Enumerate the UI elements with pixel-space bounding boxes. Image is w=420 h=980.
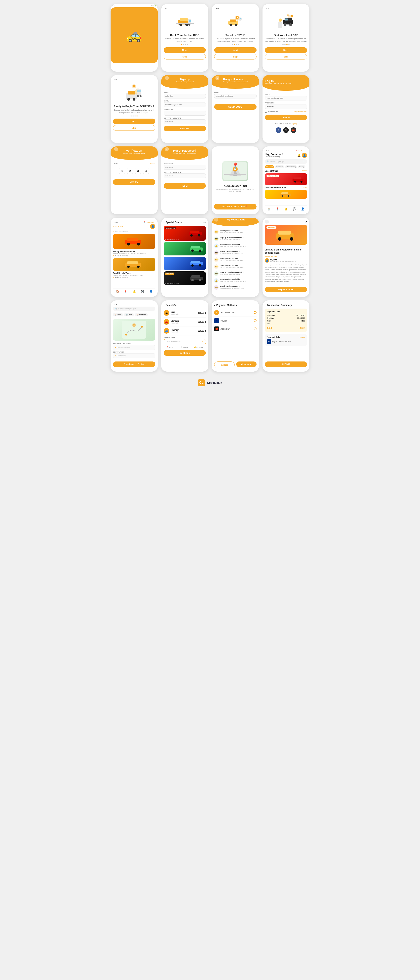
- more-options-icon[interactable]: ⋯: [253, 303, 256, 307]
- promo-code-input[interactable]: Enter Promo Code %: [164, 339, 206, 344]
- notif-item-5[interactable]: 🎫 20% Special discount Special promotion…: [214, 256, 256, 263]
- reset-button[interactable]: RESET: [164, 183, 206, 189]
- signup-button[interactable]: SIGN UP: [164, 126, 206, 131]
- notif-item-8[interactable]: 🔔 New services Available! Now you can tr…: [214, 277, 256, 284]
- shortcut-home[interactable]: 🏠 Home: [113, 313, 123, 316]
- back-button[interactable]: ‹: [215, 76, 220, 80]
- offer-item-4[interactable]: Black Friday All discount up to 30%: [164, 271, 206, 285]
- password-input[interactable]: [164, 165, 206, 170]
- remember-checkbox[interactable]: [265, 111, 267, 113]
- password-input[interactable]: [164, 111, 206, 116]
- avatar[interactable]: 👤: [150, 224, 155, 229]
- email-input[interactable]: [214, 94, 256, 99]
- next-button[interactable]: Next: [265, 47, 307, 53]
- destination-input[interactable]: ● Destination: [113, 353, 155, 358]
- next-button[interactable]: Next: [164, 47, 206, 53]
- skip-button[interactable]: Skip: [214, 54, 256, 59]
- next-button[interactable]: Next: [214, 47, 256, 53]
- apple-pay-radio[interactable]: [254, 328, 256, 330]
- shortcut-office[interactable]: 🏢 Office: [124, 313, 134, 316]
- notif-item-6[interactable]: 🎫 30% Special discount Special promotion…: [214, 263, 256, 270]
- search-bar[interactable]: 🔍 Where would you go?: [113, 307, 155, 311]
- nav-notification-icon[interactable]: 🔔: [132, 290, 136, 293]
- taxi-card[interactable]: [265, 190, 307, 199]
- tab-luxury[interactable]: Luxury: [298, 165, 305, 168]
- tab-ridesharing[interactable]: Ride-sharing: [285, 165, 297, 168]
- notif-item-1[interactable]: 🎫 30% Special discount Special promotion…: [214, 228, 256, 235]
- back-icon[interactable]: ‹: [164, 304, 165, 307]
- search-bar[interactable]: 🔍 Where do you go... 📍: [265, 159, 307, 164]
- nav-location-icon[interactable]: 📍: [276, 207, 279, 210]
- apple-login-button[interactable]: 🍎: [291, 127, 296, 133]
- submit-button[interactable]: SUBMIT: [265, 361, 307, 367]
- twitter-login-button[interactable]: 𝕏: [283, 127, 289, 133]
- name-input[interactable]: [164, 94, 206, 99]
- car-option-bike[interactable]: 🏍 Bike 1 passenter 100.59 ₹: [164, 309, 206, 318]
- otp-box-1[interactable]: 1: [119, 168, 125, 174]
- more-options-icon[interactable]: ⋯: [203, 303, 206, 307]
- back-icon[interactable]: ‹: [265, 304, 266, 307]
- avatar[interactable]: 👤: [302, 153, 307, 158]
- password-input[interactable]: [265, 104, 307, 109]
- otp-box-2[interactable]: 2: [127, 168, 133, 174]
- offer-card-halloween[interactable]: Halloween Sale: [265, 173, 307, 185]
- next-button[interactable]: Next: [113, 119, 155, 124]
- nav-profile-icon[interactable]: 👤: [150, 290, 153, 293]
- skip-button[interactable]: Skip: [265, 54, 307, 59]
- offer-item-1[interactable]: Halloween Sale All discount up to 30%: [164, 226, 206, 241]
- back-button[interactable]: ‹: [114, 147, 118, 151]
- skip-button[interactable]: Skip: [113, 125, 155, 131]
- otp-box-3[interactable]: 3: [135, 168, 141, 174]
- more-options-icon[interactable]: ⋯: [253, 218, 256, 221]
- retype-input[interactable]: [164, 119, 206, 124]
- back-button[interactable]: ‹: [265, 220, 269, 224]
- paypal-radio[interactable]: [254, 319, 256, 322]
- nav-profile-icon[interactable]: 👤: [301, 207, 304, 210]
- email-input[interactable]: [265, 96, 307, 100]
- more-options-icon[interactable]: ⋯: [203, 220, 206, 224]
- tab-standard[interactable]: Standard: [265, 165, 274, 168]
- verify-button[interactable]: VERIFY: [113, 179, 155, 185]
- map-view[interactable]: [113, 319, 155, 340]
- login-button[interactable]: LOG IN: [265, 115, 307, 120]
- continue-button[interactable]: Continue: [164, 350, 206, 356]
- add-card-row[interactable]: + Add a New Card: [214, 309, 256, 317]
- back-button[interactable]: ‹: [165, 76, 169, 80]
- car-option-platinum[interactable]: 🚙 Platinum 4 passenter 520.00 ₹: [164, 326, 206, 336]
- nav-location-icon[interactable]: 📍: [124, 290, 127, 293]
- apple-pay-row[interactable]: 🍎 Apple Pay: [214, 325, 256, 333]
- continue-button[interactable]: Continue: [236, 361, 256, 367]
- skip-button[interactable]: Skip: [164, 54, 206, 59]
- continue-to-order-button[interactable]: Continue to Order: [113, 361, 155, 367]
- back-icon[interactable]: ‹: [164, 221, 165, 224]
- nav-chat-icon[interactable]: 💬: [141, 290, 144, 293]
- nav-home-icon[interactable]: 🏠: [267, 207, 270, 210]
- access-location-button[interactable]: ACCESS LOCATION 📍: [214, 204, 256, 210]
- notification-icon[interactable]: 🔔: [297, 154, 301, 157]
- back-icon[interactable]: ‹: [214, 304, 215, 307]
- notif-item-2[interactable]: 💳 Top-Up E-Wallet successful Your top-up…: [214, 235, 256, 242]
- notif-item-9[interactable]: 💳 Credit card connected! You have linked…: [214, 284, 256, 291]
- nav-notification-icon[interactable]: 🔔: [284, 207, 288, 210]
- see-all-link[interactable]: See all: [302, 170, 307, 172]
- share-icon[interactable]: ↗: [304, 220, 307, 224]
- change-button[interactable]: Change: [299, 336, 305, 338]
- remember-me-label[interactable]: Remember me: [265, 111, 278, 113]
- notif-item-4[interactable]: 💳 Credit card connected! You have linked…: [214, 249, 256, 256]
- car-option-standard[interactable]: 🚗 Standard 4 passenter 520.00 ₹: [164, 318, 206, 326]
- resend-button[interactable]: Resend: [150, 163, 155, 165]
- invoice-button[interactable]: Invoice: [214, 361, 235, 368]
- facebook-login-button[interactable]: f: [275, 127, 281, 133]
- explore-more-button[interactable]: Explore more: [265, 287, 307, 292]
- paypal-row[interactable]: P Paypal: [214, 317, 256, 325]
- email-input[interactable]: [164, 102, 206, 107]
- back-button[interactable]: ‹: [214, 218, 218, 222]
- offer-item-3[interactable]: [164, 257, 206, 270]
- notif-item-3[interactable]: 🔔 New services Available! Now you can tr…: [214, 242, 256, 249]
- nav-chat-icon[interactable]: 💬: [293, 207, 296, 210]
- offer-item-2[interactable]: [164, 242, 206, 255]
- notif-item-7[interactable]: 💳 Top-Up E-Wallet successful Your top-up…: [214, 270, 256, 277]
- send-code-button[interactable]: SEND CODE: [214, 104, 256, 110]
- signup-link[interactable]: Sign Up: [292, 123, 297, 124]
- current-location-input[interactable]: ● Current Location: [113, 345, 155, 350]
